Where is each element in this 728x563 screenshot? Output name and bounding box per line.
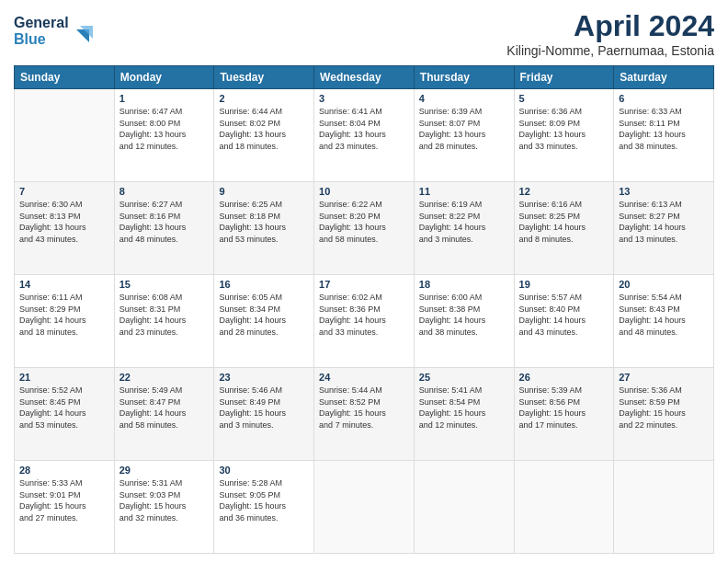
day-number: 10 — [319, 186, 409, 197]
calendar-header-saturday: Saturday — [614, 66, 714, 89]
calendar-cell: 14Sunrise: 6:11 AM Sunset: 8:29 PM Dayli… — [15, 275, 115, 368]
calendar-week-3: 14Sunrise: 6:11 AM Sunset: 8:29 PM Dayli… — [15, 275, 714, 368]
calendar-cell: 23Sunrise: 5:46 AM Sunset: 8:49 PM Dayli… — [214, 368, 314, 461]
calendar-cell — [514, 461, 614, 554]
calendar-header-monday: Monday — [114, 66, 214, 89]
day-number: 7 — [19, 186, 109, 197]
day-number: 6 — [619, 93, 709, 104]
day-info: Sunrise: 5:31 AM Sunset: 9:03 PM Dayligh… — [119, 477, 210, 523]
calendar-cell: 25Sunrise: 5:41 AM Sunset: 8:54 PM Dayli… — [414, 368, 514, 461]
svg-text:Blue: Blue — [14, 31, 46, 47]
day-info: Sunrise: 5:49 AM Sunset: 8:47 PM Dayligh… — [119, 385, 210, 431]
calendar-cell: 21Sunrise: 5:52 AM Sunset: 8:45 PM Dayli… — [15, 368, 115, 461]
calendar-cell: 5Sunrise: 6:36 AM Sunset: 8:09 PM Daylig… — [514, 89, 614, 182]
day-number: 16 — [219, 279, 309, 290]
day-number: 12 — [519, 186, 609, 197]
day-info: Sunrise: 6:00 AM Sunset: 8:38 PM Dayligh… — [419, 292, 509, 338]
calendar-header-tuesday: Tuesday — [214, 66, 314, 89]
day-info: Sunrise: 5:46 AM Sunset: 8:49 PM Dayligh… — [219, 385, 309, 431]
day-number: 20 — [619, 279, 709, 290]
day-info: Sunrise: 6:39 AM Sunset: 8:07 PM Dayligh… — [419, 106, 509, 152]
calendar-table: SundayMondayTuesdayWednesdayThursdayFrid… — [14, 65, 714, 554]
day-number: 22 — [119, 372, 210, 383]
svg-text:General: General — [14, 15, 69, 30]
day-info: Sunrise: 6:16 AM Sunset: 8:25 PM Dayligh… — [519, 199, 609, 245]
day-number: 27 — [619, 372, 709, 383]
day-number: 19 — [519, 279, 609, 290]
day-info: Sunrise: 6:11 AM Sunset: 8:29 PM Dayligh… — [19, 292, 109, 338]
day-number: 21 — [19, 372, 109, 383]
calendar-week-1: 1Sunrise: 6:47 AM Sunset: 8:00 PM Daylig… — [15, 89, 714, 182]
calendar-cell: 18Sunrise: 6:00 AM Sunset: 8:38 PM Dayli… — [414, 275, 514, 368]
day-number: 17 — [319, 279, 409, 290]
calendar-cell: 19Sunrise: 5:57 AM Sunset: 8:40 PM Dayli… — [514, 275, 614, 368]
day-number: 3 — [319, 93, 409, 104]
page: General Blue April 2024 Kilingi-Nomme, P… — [0, 0, 728, 563]
calendar-header-sunday: Sunday — [15, 66, 115, 89]
day-info: Sunrise: 6:02 AM Sunset: 8:36 PM Dayligh… — [319, 292, 409, 338]
day-info: Sunrise: 5:52 AM Sunset: 8:45 PM Dayligh… — [19, 385, 109, 431]
day-info: Sunrise: 6:19 AM Sunset: 8:22 PM Dayligh… — [419, 199, 509, 245]
calendar-cell: 13Sunrise: 6:13 AM Sunset: 8:27 PM Dayli… — [614, 182, 714, 275]
day-number: 2 — [219, 93, 309, 104]
calendar-cell: 17Sunrise: 6:02 AM Sunset: 8:36 PM Dayli… — [314, 275, 415, 368]
day-info: Sunrise: 6:08 AM Sunset: 8:31 PM Dayligh… — [119, 292, 210, 338]
day-number: 28 — [19, 465, 109, 476]
day-info: Sunrise: 5:41 AM Sunset: 8:54 PM Dayligh… — [419, 385, 509, 431]
day-number: 29 — [119, 465, 210, 476]
day-number: 9 — [219, 186, 309, 197]
calendar-cell: 4Sunrise: 6:39 AM Sunset: 8:07 PM Daylig… — [414, 89, 514, 182]
calendar-cell: 7Sunrise: 6:30 AM Sunset: 8:13 PM Daylig… — [15, 182, 115, 275]
calendar-cell: 9Sunrise: 6:25 AM Sunset: 8:18 PM Daylig… — [214, 182, 314, 275]
day-info: Sunrise: 6:13 AM Sunset: 8:27 PM Dayligh… — [619, 199, 709, 245]
day-info: Sunrise: 5:54 AM Sunset: 8:43 PM Dayligh… — [619, 292, 709, 338]
day-info: Sunrise: 5:33 AM Sunset: 9:01 PM Dayligh… — [19, 477, 109, 523]
day-info: Sunrise: 5:44 AM Sunset: 8:52 PM Dayligh… — [319, 385, 409, 431]
location: Kilingi-Nomme, Paernumaa, Estonia — [506, 43, 714, 58]
day-info: Sunrise: 6:27 AM Sunset: 8:16 PM Dayligh… — [119, 199, 210, 245]
day-number: 4 — [419, 93, 509, 104]
day-info: Sunrise: 6:41 AM Sunset: 8:04 PM Dayligh… — [319, 106, 409, 152]
day-info: Sunrise: 6:44 AM Sunset: 8:02 PM Dayligh… — [219, 106, 309, 152]
calendar-header-wednesday: Wednesday — [314, 66, 415, 89]
month-title: April 2024 — [506, 9, 714, 43]
calendar-header-thursday: Thursday — [414, 66, 514, 89]
day-info: Sunrise: 5:36 AM Sunset: 8:59 PM Dayligh… — [619, 385, 709, 431]
calendar-cell: 29Sunrise: 5:31 AM Sunset: 9:03 PM Dayli… — [114, 461, 214, 554]
day-info: Sunrise: 6:33 AM Sunset: 8:11 PM Dayligh… — [619, 106, 709, 152]
day-info: Sunrise: 6:22 AM Sunset: 8:20 PM Dayligh… — [319, 199, 409, 245]
day-number: 15 — [119, 279, 210, 290]
calendar-cell — [614, 461, 714, 554]
calendar-cell: 1Sunrise: 6:47 AM Sunset: 8:00 PM Daylig… — [114, 89, 214, 182]
logo: General Blue — [14, 9, 97, 51]
day-number: 25 — [419, 372, 509, 383]
calendar-cell: 8Sunrise: 6:27 AM Sunset: 8:16 PM Daylig… — [114, 182, 214, 275]
calendar-cell: 26Sunrise: 5:39 AM Sunset: 8:56 PM Dayli… — [514, 368, 614, 461]
day-number: 24 — [319, 372, 409, 383]
calendar-cell: 15Sunrise: 6:08 AM Sunset: 8:31 PM Dayli… — [114, 275, 214, 368]
calendar-cell: 28Sunrise: 5:33 AM Sunset: 9:01 PM Dayli… — [15, 461, 115, 554]
day-number: 26 — [519, 372, 609, 383]
day-info: Sunrise: 6:25 AM Sunset: 8:18 PM Dayligh… — [219, 199, 309, 245]
calendar-cell — [314, 461, 415, 554]
calendar-cell — [414, 461, 514, 554]
calendar-cell: 30Sunrise: 5:28 AM Sunset: 9:05 PM Dayli… — [214, 461, 314, 554]
day-number: 5 — [519, 93, 609, 104]
day-info: Sunrise: 5:57 AM Sunset: 8:40 PM Dayligh… — [519, 292, 609, 338]
calendar-header-row: SundayMondayTuesdayWednesdayThursdayFrid… — [15, 66, 714, 89]
day-info: Sunrise: 6:05 AM Sunset: 8:34 PM Dayligh… — [219, 292, 309, 338]
day-info: Sunrise: 5:39 AM Sunset: 8:56 PM Dayligh… — [519, 385, 609, 431]
calendar-week-2: 7Sunrise: 6:30 AM Sunset: 8:13 PM Daylig… — [15, 182, 714, 275]
day-number: 18 — [419, 279, 509, 290]
calendar-cell: 12Sunrise: 6:16 AM Sunset: 8:25 PM Dayli… — [514, 182, 614, 275]
calendar-cell: 6Sunrise: 6:33 AM Sunset: 8:11 PM Daylig… — [614, 89, 714, 182]
day-number: 14 — [19, 279, 109, 290]
day-info: Sunrise: 5:28 AM Sunset: 9:05 PM Dayligh… — [219, 477, 309, 523]
day-info: Sunrise: 6:47 AM Sunset: 8:00 PM Dayligh… — [119, 106, 210, 152]
calendar-cell: 24Sunrise: 5:44 AM Sunset: 8:52 PM Dayli… — [314, 368, 415, 461]
day-info: Sunrise: 6:36 AM Sunset: 8:09 PM Dayligh… — [519, 106, 609, 152]
day-number: 1 — [119, 93, 210, 104]
day-number: 30 — [219, 465, 309, 476]
day-number: 8 — [119, 186, 210, 197]
day-number: 13 — [619, 186, 709, 197]
